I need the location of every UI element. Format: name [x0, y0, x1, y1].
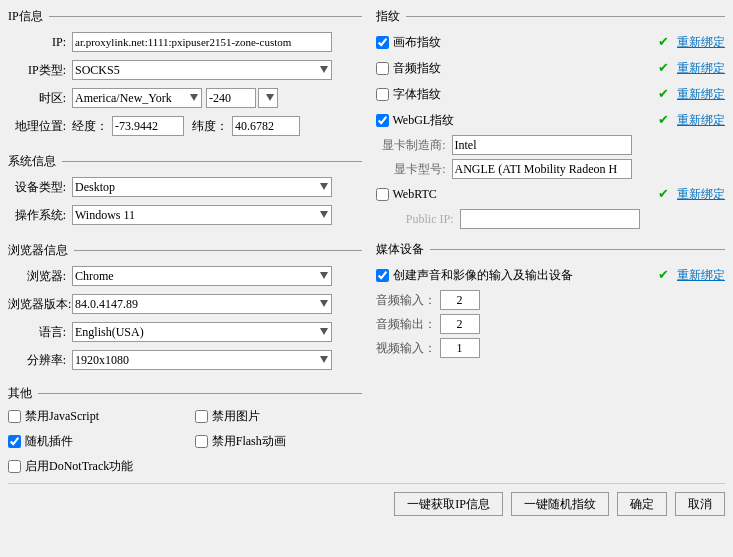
media-title: 媒体设备	[376, 241, 430, 258]
os-label: 操作系统:	[8, 207, 66, 224]
browser-label: 浏览器:	[8, 268, 66, 285]
location-label: 地理位置:	[8, 118, 66, 135]
audio-fp-check-icon: ✔	[658, 60, 669, 76]
video-in-label: 视频输入：	[376, 340, 434, 357]
timezone-offset-select[interactable]	[258, 88, 278, 108]
media-create-checkbox[interactable]	[376, 269, 389, 282]
random-plugin-checkbox[interactable]	[8, 435, 21, 448]
webgl-fp-check-icon: ✔	[658, 112, 669, 128]
ip-label: IP:	[8, 35, 66, 50]
disable-flash-checkbox[interactable]	[195, 435, 208, 448]
gpu-model-input[interactable]	[452, 159, 632, 179]
gpu-model-label: 显卡型号:	[376, 161, 446, 178]
webgl-fp-label: WebGL指纹	[393, 112, 455, 129]
fingerprint-title: 指纹	[376, 8, 406, 25]
font-relink-button[interactable]: 重新绑定	[677, 86, 725, 103]
font-fp-label: 字体指纹	[393, 86, 441, 103]
confirm-button[interactable]: 确定	[617, 492, 667, 516]
timezone-select[interactable]: America/New_York UTC Asia/Shanghai	[72, 88, 202, 108]
canvas-fp-check-icon: ✔	[658, 34, 669, 50]
font-fp-checkbox[interactable]	[376, 88, 389, 101]
browser-info-title: 浏览器信息	[8, 242, 74, 259]
timezone-offset-input[interactable]	[206, 88, 256, 108]
resolution-select[interactable]: 1920x1080 1366x768	[72, 350, 332, 370]
webrtc-label: WebRTC	[393, 187, 437, 202]
webgl-fp-checkbox[interactable]	[376, 114, 389, 127]
do-not-track-checkbox[interactable]	[8, 460, 21, 473]
browser-select[interactable]: Chrome Firefox Edge	[72, 266, 332, 286]
get-ip-button[interactable]: 一键获取IP信息	[394, 492, 503, 516]
audio-fp-label: 音频指纹	[393, 60, 441, 77]
do-not-track-label: 启用DoNotTrack功能	[25, 458, 133, 475]
longitude-label: 经度：	[72, 118, 108, 135]
font-fp-check-icon: ✔	[658, 86, 669, 102]
audio-in-label: 音频输入：	[376, 292, 434, 309]
ip-input[interactable]	[72, 32, 332, 52]
media-create-label: 创建声音和影像的输入及输出设备	[393, 267, 573, 284]
audio-out-input[interactable]	[440, 314, 480, 334]
webrtc-checkbox[interactable]	[376, 188, 389, 201]
publicip-input[interactable]	[460, 209, 640, 229]
audio-in-input[interactable]	[440, 290, 480, 310]
gpu-vendor-label: 显卡制造商:	[376, 137, 446, 154]
version-label: 浏览器版本:	[8, 296, 66, 313]
longitude-input[interactable]	[112, 116, 184, 136]
media-create-check-icon: ✔	[658, 267, 669, 283]
disable-img-label: 禁用图片	[212, 408, 260, 425]
webrtc-relink-button[interactable]: 重新绑定	[677, 186, 725, 203]
system-info-title: 系统信息	[8, 153, 62, 170]
ip-info-title: IP信息	[8, 8, 49, 25]
random-plugin-label: 随机插件	[25, 433, 73, 450]
disable-js-checkbox[interactable]	[8, 410, 21, 423]
disable-img-checkbox[interactable]	[195, 410, 208, 423]
audio-fp-checkbox[interactable]	[376, 62, 389, 75]
resolution-label: 分辨率:	[8, 352, 66, 369]
video-in-input[interactable]	[440, 338, 480, 358]
device-type-label: 设备类型:	[8, 179, 66, 196]
canvas-fp-label: 画布指纹	[393, 34, 441, 51]
cancel-button[interactable]: 取消	[675, 492, 725, 516]
audio-relink-button[interactable]: 重新绑定	[677, 60, 725, 77]
lang-label: 语言:	[8, 324, 66, 341]
gpu-vendor-input[interactable]	[452, 135, 632, 155]
device-type-select[interactable]: Desktop Mobile Tablet	[72, 177, 332, 197]
canvas-fp-checkbox[interactable]	[376, 36, 389, 49]
other-title: 其他	[8, 385, 38, 402]
webrtc-check-icon: ✔	[658, 186, 669, 202]
audio-out-label: 音频输出：	[376, 316, 434, 333]
timezone-label: 时区:	[8, 90, 66, 107]
disable-flash-label: 禁用Flash动画	[212, 433, 286, 450]
canvas-relink-button[interactable]: 重新绑定	[677, 34, 725, 51]
latitude-input[interactable]	[232, 116, 300, 136]
latitude-label: 纬度：	[192, 118, 228, 135]
webgl-relink-button[interactable]: 重新绑定	[677, 112, 725, 129]
publicip-label: Public IP:	[386, 212, 454, 227]
media-create-relink-button[interactable]: 重新绑定	[677, 267, 725, 284]
disable-js-label: 禁用JavaScript	[25, 408, 99, 425]
random-fp-button[interactable]: 一键随机指纹	[511, 492, 609, 516]
version-select[interactable]: 84.0.4147.89	[72, 294, 332, 314]
os-select[interactable]: Windows 11 Windows 10 macOS	[72, 205, 332, 225]
ip-type-select[interactable]: SOCKS5 HTTP HTTPS	[72, 60, 332, 80]
lang-select[interactable]: English(USA) Chinese(China)	[72, 322, 332, 342]
ip-type-label: IP类型:	[8, 62, 66, 79]
